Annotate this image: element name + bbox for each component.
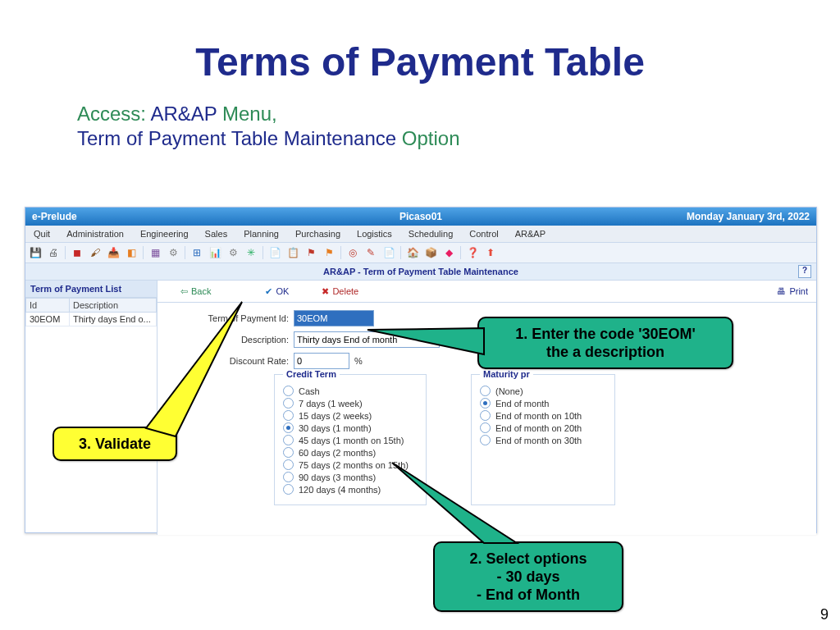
cell-desc: Thirty days End o... (70, 313, 157, 326)
credit-term-label: 60 days (2 months) (299, 448, 376, 458)
rate-label: Discount Rate: (199, 356, 289, 366)
description-input[interactable] (294, 331, 440, 348)
credit-term-option[interactable]: 120 days (4 months) (283, 484, 414, 495)
callout-step1: 1. Enter the code '30EOM' the a descript… (477, 317, 733, 369)
check-icon: ✔ (265, 286, 272, 297)
radio-icon (283, 484, 294, 495)
table-icon[interactable]: ⊞ (190, 246, 203, 259)
credit-term-option[interactable]: 30 days (1 month) (283, 422, 414, 433)
credit-term-label: 120 days (4 months) (299, 485, 381, 495)
menu-planning[interactable]: Planning (235, 229, 287, 239)
sidebar-table: Id Description 30EOM Thirty days End o..… (25, 298, 157, 326)
credit-term-option[interactable]: 75 days (2 months on 15th) (283, 459, 414, 470)
radio-icon (480, 398, 491, 409)
titlebar-user: Picaso01 (25, 211, 816, 222)
callout2-line1: 2. Select options (446, 550, 610, 568)
discount-rate-input[interactable] (294, 353, 349, 369)
back-label: Back (191, 286, 211, 296)
inbox-icon[interactable]: 📥 (107, 246, 120, 259)
target-icon[interactable]: ◎ (346, 246, 359, 259)
menubar: Quit Administration Engineering Sales Pl… (25, 226, 816, 243)
flag-icon[interactable]: ⚑ (304, 246, 317, 259)
help-icon[interactable]: ❓ (466, 246, 479, 259)
credit-term-label: 75 days (2 months on 15th) (299, 460, 409, 470)
print-icon[interactable]: 🖨 (47, 246, 60, 259)
credit-term-option[interactable]: Cash (283, 386, 414, 396)
form: Term of Payment Id: Description: Discoun… (199, 310, 440, 374)
brush-icon[interactable]: 🖌 (89, 246, 102, 259)
menu-control[interactable]: Control (461, 229, 506, 239)
grid-icon[interactable]: ▦ (148, 246, 162, 259)
credit-term-label: 15 days (2 weeks) (299, 411, 372, 421)
payment-id-input[interactable] (294, 310, 374, 326)
sidebar-title: Term of Payment List (25, 281, 157, 298)
maturity-option[interactable]: End of month on 10th (480, 410, 603, 421)
clipboard-icon[interactable]: 📋 (286, 246, 299, 259)
config-icon[interactable]: ⚙ (226, 246, 240, 259)
bar-chart-icon[interactable]: 📊 (208, 246, 221, 259)
radio-icon (480, 410, 491, 421)
radio-icon (283, 447, 294, 458)
menu-engineering[interactable]: Engineering (132, 229, 197, 239)
toolbar: 💾🖨◼🖌📥◧▦⚙⊞📊⚙✳📄📋⚑⚑◎✎📄🏠📦◆❓⬆ (25, 243, 816, 263)
maturity-option[interactable]: End of month on 20th (480, 422, 603, 433)
house-icon[interactable]: 🏠 (406, 246, 419, 259)
up-arrow-icon[interactable]: ⬆ (484, 246, 497, 259)
gear-icon[interactable]: ⚙ (167, 246, 180, 259)
credit-term-label: 45 days (1 month on 15th) (299, 436, 404, 445)
maturity-fieldset: Maturity pr (None)End of monthEnd of mon… (471, 369, 615, 505)
credit-term-option[interactable]: 60 days (2 months) (283, 447, 414, 458)
box-icon[interactable]: 📦 (424, 246, 437, 259)
maturity-legend: Maturity pr (480, 369, 533, 379)
maturity-label: End of month (495, 399, 549, 409)
radio-icon (283, 422, 294, 433)
access-label: Access: (77, 103, 146, 125)
green-doc-icon[interactable]: 📄 (382, 246, 395, 259)
access-option-name: Term of Payment Table Maintenance (77, 127, 396, 149)
callout2-line3: - End of Month (446, 586, 610, 604)
callout-step3: 3. Validate (52, 427, 177, 461)
help-icon[interactable]: ? (798, 265, 811, 278)
ok-button[interactable]: ✔ OK (258, 286, 295, 297)
maturity-option[interactable]: End of month on 30th (480, 435, 603, 445)
save-icon[interactable]: 💾 (29, 246, 42, 259)
menu-quit[interactable]: Quit (25, 229, 58, 239)
edit-doc-icon[interactable]: ✎ (364, 246, 377, 259)
menu-administration[interactable]: Administration (58, 229, 132, 239)
menu-arap[interactable]: AR&AP (507, 229, 554, 239)
menu-sales[interactable]: Sales (197, 229, 236, 239)
cell-id: 30EOM (26, 313, 70, 326)
delete-button[interactable]: ✖ Delete (315, 286, 365, 297)
green-gear-icon[interactable]: ✳ (244, 246, 258, 259)
sidebar-col-id[interactable]: Id (26, 299, 70, 313)
back-button[interactable]: ⇦ Back (174, 286, 217, 297)
yellow-doc-icon[interactable]: 📄 (268, 246, 281, 259)
desc-label: Description: (199, 335, 289, 345)
print-button[interactable]: 🖶 Print (777, 286, 808, 296)
maturity-option[interactable]: (None) (480, 386, 603, 396)
table-row[interactable]: 30EOM Thirty days End o... (26, 313, 157, 326)
credit-term-option[interactable]: 90 days (3 months) (283, 472, 414, 482)
radio-icon (480, 386, 491, 396)
x-icon: ✖ (322, 286, 329, 297)
radio-icon (283, 472, 294, 482)
maturity-option[interactable]: End of month (480, 398, 603, 409)
orange-flag-icon[interactable]: ⚑ (322, 246, 336, 259)
maturity-label: End of month on 20th (495, 423, 582, 433)
printer-icon: 🖶 (777, 286, 786, 296)
pink-icon[interactable]: ◆ (442, 246, 455, 259)
callout1-line1: 1. Enter the code '30EOM' (491, 325, 720, 343)
menu-purchasing[interactable]: Purchasing (287, 229, 349, 239)
sidebar: Term of Payment List Id Description 30EO… (25, 281, 158, 535)
radio-icon (480, 435, 491, 445)
credit-term-option[interactable]: 15 days (2 weeks) (283, 410, 414, 421)
actionbar: ⇦ Back ✔ OK ✖ Delete 🖶 Print (158, 281, 816, 303)
id-label: Term of Payment Id: (199, 313, 289, 323)
credit-term-option[interactable]: 7 days (1 week) (283, 398, 414, 409)
orange-square-icon[interactable]: ◧ (125, 246, 138, 259)
red-square-icon[interactable]: ◼ (71, 246, 84, 259)
sidebar-col-desc[interactable]: Description (70, 299, 157, 313)
menu-logistics[interactable]: Logistics (349, 229, 400, 239)
credit-term-option[interactable]: 45 days (1 month on 15th) (283, 435, 414, 445)
menu-scheduling[interactable]: Scheduling (400, 229, 461, 239)
